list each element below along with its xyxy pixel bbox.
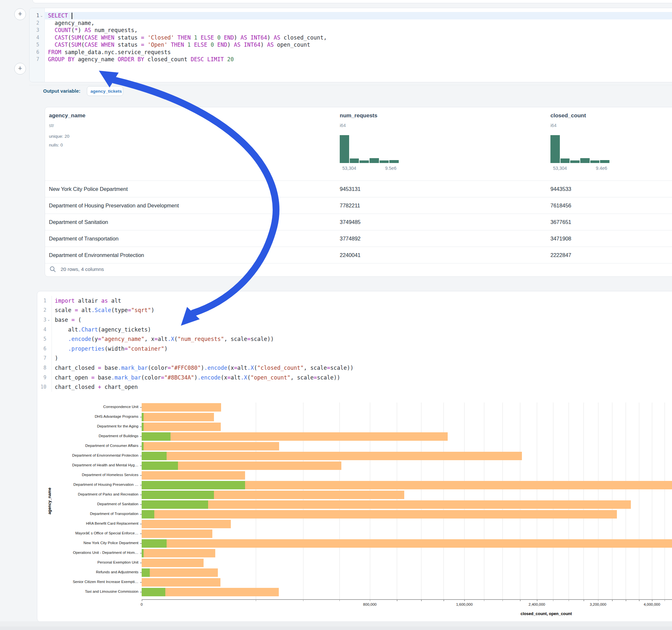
- token-kw: SUM: [71, 34, 81, 41]
- y-axis-label: Department of Health and Mental Hyg…: [41, 463, 138, 467]
- token-plain: [48, 42, 54, 48]
- token-op: =: [141, 42, 144, 48]
- bar-closed-count: [142, 568, 218, 577]
- token-plain: ): [78, 27, 84, 33]
- token-kw: INT64: [244, 42, 260, 48]
- token-plain: [168, 42, 171, 48]
- bar-closed-count: [142, 510, 617, 518]
- bar-open-count: [142, 413, 144, 421]
- bar-open-count: [142, 510, 154, 518]
- token-kw: LIMIT: [207, 56, 224, 63]
- y-axis-label: Refunds and Adjustments: [41, 570, 138, 574]
- y-axis-label: Department of Consumer Affairs: [41, 444, 138, 447]
- token-plain: [144, 42, 147, 48]
- sql-cell[interactable]: 1⌄SELECT 2 agency_name,3 COUNT(*) AS num…: [29, 8, 672, 82]
- line-number: 7: [29, 56, 39, 62]
- token-kw: AS: [241, 34, 247, 41]
- table-row[interactable]: Department of Transportation377489234719…: [45, 230, 672, 247]
- histogram-bar: [560, 159, 570, 163]
- fold-chevron-icon[interactable]: ⌄: [39, 14, 44, 18]
- bar-open-count: [142, 432, 170, 441]
- token-plain: [208, 42, 211, 48]
- next-cell-edge: [0, 626, 672, 630]
- bar-open-count: [142, 481, 245, 489]
- histogram-min-label: 53,304: [553, 166, 567, 171]
- token-op: *: [75, 27, 78, 33]
- add-cell-button-middle[interactable]: +: [14, 63, 26, 75]
- token-num: 20: [227, 56, 234, 63]
- bar-closed-count: [142, 471, 245, 480]
- x-axis-tick-label: 4,000,000: [629, 602, 672, 606]
- bar-closed-count: [142, 432, 448, 441]
- column-name: agency_name: [49, 113, 85, 119]
- sql-code-editor[interactable]: 1⌄SELECT 2 agency_name,3 COUNT(*) AS num…: [29, 12, 672, 63]
- bar-open-count: [142, 588, 165, 596]
- token-plain: status: [115, 42, 141, 48]
- table-cell: 3749485: [340, 219, 360, 225]
- output-variable-badge[interactable]: agency_tickets: [87, 86, 123, 96]
- histogram-bar: [389, 160, 399, 163]
- x-axis-tick-label: 1,600,000: [441, 602, 487, 606]
- token-plain: [174, 34, 177, 41]
- code-text: GROUP BY agency_name ORDER BY closed_cou…: [44, 56, 234, 63]
- token-kw: AS: [267, 42, 273, 48]
- code-text: COUNT(*) AS num_requests,: [44, 27, 138, 33]
- table-cell: 7782211: [340, 202, 360, 209]
- token-plain: [191, 34, 194, 41]
- table-cell: 3677651: [550, 219, 571, 225]
- table-cell: 9443533: [550, 186, 571, 192]
- bar-closed-count: [142, 520, 231, 528]
- y-axis-label: Department of Parks and Recreation: [41, 492, 138, 496]
- token-plain: (: [81, 42, 84, 48]
- token-plain: ): [260, 42, 267, 48]
- active-line-highlight: [44, 12, 672, 20]
- table-cell: Department of Housing Preservation and D…: [49, 202, 179, 209]
- histogram-max-label: 9.5e6: [385, 166, 397, 171]
- column-type: i64: [550, 123, 557, 128]
- column-name: num_requests: [340, 113, 377, 119]
- token-plain: ): [234, 34, 240, 41]
- bar-closed-count: [142, 403, 221, 412]
- token-plain: [224, 56, 227, 63]
- column-stat: nulls: 0: [49, 143, 63, 147]
- token-plain: ): [227, 42, 234, 48]
- token-plain: [48, 27, 54, 33]
- x-axis-tick-label: 0: [119, 602, 164, 606]
- add-cell-button-top[interactable]: +: [14, 8, 26, 20]
- token-plain: [184, 42, 187, 48]
- y-axis-label: Department of Environmental Protection: [41, 453, 138, 457]
- y-axis-label: Personal Exemption Unit: [41, 560, 138, 564]
- search-icon[interactable]: [50, 266, 56, 272]
- token-kw: SELECT: [48, 12, 68, 19]
- table-row[interactable]: Department of Housing Preservation and D…: [45, 197, 672, 214]
- table-row[interactable]: Department of Environmental Protection22…: [45, 247, 672, 263]
- table-row[interactable]: Department of Sanitation37494853677651: [45, 214, 672, 230]
- code-line: 3 COUNT(*) AS num_requests,: [29, 27, 672, 34]
- y-axis-title: agency_name: [47, 468, 52, 533]
- line-number: 5: [29, 42, 39, 48]
- cell-divider: [29, 85, 672, 85]
- histogram-min-label: 53,304: [342, 166, 356, 171]
- token-plain: agency_name,: [48, 20, 94, 26]
- table-cell: Department of Transportation: [49, 236, 119, 242]
- token-plain: [68, 12, 71, 19]
- token-kw: FROM: [48, 49, 61, 55]
- code-line: 1⌄SELECT: [29, 12, 672, 20]
- line-number: 4: [29, 35, 39, 41]
- bar-open-count: [142, 452, 167, 460]
- column-histogram: [550, 135, 609, 163]
- table-row-count: 20 rows, 4 columns: [61, 266, 104, 272]
- table-row[interactable]: New York City Police Department945313194…: [45, 180, 672, 197]
- table-cell: 3774892: [340, 236, 360, 242]
- x-axis-domain: [142, 599, 672, 600]
- code-text: SELECT: [44, 12, 72, 19]
- column-name: closed_count: [550, 113, 586, 119]
- token-kw: AS: [273, 34, 280, 41]
- bar-closed-count: [142, 539, 672, 548]
- bar-closed-count: [142, 559, 203, 567]
- python-cell[interactable]: 1import altair as alt2scale = alt.Scale(…: [37, 291, 672, 622]
- token-kw: SUM: [71, 42, 81, 48]
- code-text: agency_name,: [44, 20, 94, 26]
- token-plain: open_count: [273, 42, 310, 48]
- y-axis-label: Department for the Aging: [41, 424, 138, 428]
